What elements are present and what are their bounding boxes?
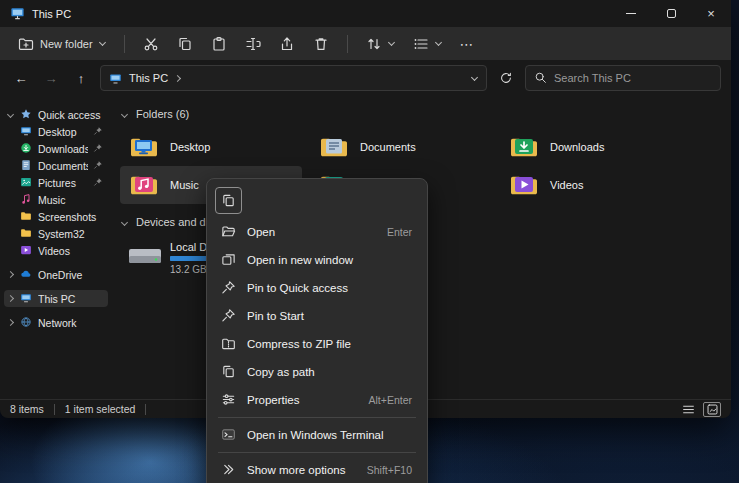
breadcrumb[interactable]: This PC bbox=[129, 72, 168, 84]
quick-copy-button[interactable] bbox=[215, 187, 242, 214]
menu-item-compress-zip[interactable]: Compress to ZIP file bbox=[212, 330, 422, 358]
sidebar-item-network[interactable]: Network bbox=[4, 314, 108, 331]
folder-icon bbox=[20, 227, 33, 240]
menu-item-open-windows-terminal[interactable]: Open in Windows Terminal bbox=[212, 421, 422, 449]
pin-icon bbox=[93, 160, 104, 171]
cut-button[interactable] bbox=[135, 32, 167, 56]
menu-item-properties[interactable]: Properties Alt+Enter bbox=[212, 386, 422, 414]
new-folder-button[interactable]: New folder bbox=[10, 32, 114, 56]
sidebar-item-downloads[interactable]: Downloads bbox=[4, 140, 108, 157]
menu-item-copy-as-path[interactable]: Copy as path bbox=[212, 358, 422, 386]
folder-tile-documents[interactable]: Documents bbox=[310, 128, 492, 166]
title-bar[interactable]: This PC × bbox=[0, 0, 731, 27]
share-button[interactable] bbox=[271, 32, 303, 56]
details-view-button[interactable] bbox=[679, 402, 697, 417]
pictures-icon bbox=[20, 176, 33, 189]
see-more-button[interactable]: ⋯ bbox=[452, 36, 483, 52]
cut-icon bbox=[143, 36, 159, 52]
chevron-down-icon bbox=[6, 110, 15, 119]
large-icons-view-button[interactable] bbox=[703, 402, 721, 417]
command-bar: New folder ⋯ bbox=[0, 27, 731, 60]
paste-icon bbox=[211, 36, 227, 52]
search-box[interactable] bbox=[525, 65, 721, 91]
view-icon bbox=[413, 36, 429, 52]
context-menu: Open Enter Open in new window Pin to Qui… bbox=[206, 178, 428, 483]
folders-section-header[interactable]: Folders (6) bbox=[120, 106, 731, 122]
folder-tile-desktop[interactable]: Desktop bbox=[120, 128, 302, 166]
videos-icon bbox=[20, 244, 33, 257]
sidebar-item-quick-access[interactable]: Quick access bbox=[4, 106, 108, 123]
onedrive-cloud-icon bbox=[20, 268, 33, 281]
chevron-right-icon bbox=[6, 270, 15, 279]
context-menu-quick-actions bbox=[212, 184, 422, 218]
network-icon bbox=[20, 316, 33, 329]
videos-folder-icon bbox=[508, 169, 540, 201]
sidebar-item-system32[interactable]: System32 bbox=[4, 225, 108, 242]
sidebar-item-onedrive[interactable]: OneDrive bbox=[4, 266, 108, 283]
maximize-button[interactable] bbox=[651, 0, 691, 27]
copy-button[interactable] bbox=[169, 32, 201, 56]
navigation-pane: Quick access Desktop Downloads bbox=[0, 96, 112, 399]
chevron-down-icon bbox=[120, 110, 129, 119]
show-more-icon bbox=[221, 462, 237, 478]
pin-icon bbox=[93, 177, 104, 188]
sidebar-item-desktop[interactable]: Desktop bbox=[4, 123, 108, 140]
search-input[interactable] bbox=[554, 72, 712, 84]
paste-button[interactable] bbox=[203, 32, 235, 56]
delete-button[interactable] bbox=[305, 32, 337, 56]
music-icon bbox=[20, 193, 33, 206]
menu-separator bbox=[218, 417, 416, 418]
chevron-down-icon bbox=[120, 218, 129, 227]
menu-item-open-new-window[interactable]: Open in new window bbox=[212, 246, 422, 274]
this-pc-window-icon bbox=[10, 6, 25, 21]
address-dropdown-icon[interactable] bbox=[471, 75, 478, 82]
rename-button[interactable] bbox=[237, 32, 269, 56]
documents-icon bbox=[20, 159, 33, 172]
documents-folder-icon bbox=[318, 131, 350, 163]
chevron-down-icon bbox=[99, 40, 106, 47]
downloads-icon bbox=[20, 142, 33, 155]
new-folder-icon bbox=[18, 36, 34, 52]
downloads-folder-icon bbox=[508, 131, 540, 163]
sort-button[interactable] bbox=[358, 32, 403, 56]
view-button[interactable] bbox=[405, 32, 450, 56]
menu-item-pin-quick-access[interactable]: Pin to Quick access bbox=[212, 274, 422, 302]
folder-tile-downloads[interactable]: Downloads bbox=[500, 128, 682, 166]
open-icon bbox=[221, 224, 237, 240]
sidebar-item-pictures[interactable]: Pictures bbox=[4, 174, 108, 191]
search-icon bbox=[534, 71, 547, 86]
hard-drive-icon bbox=[128, 240, 160, 272]
address-row: ← → ↑ This PC bbox=[0, 60, 731, 96]
pin-icon bbox=[221, 280, 237, 296]
desktop-folder-icon bbox=[128, 131, 160, 163]
forward-button[interactable]: → bbox=[40, 67, 62, 89]
sidebar-item-screenshots[interactable]: Screenshots bbox=[4, 208, 108, 225]
address-bar[interactable]: This PC bbox=[100, 65, 487, 91]
sidebar-item-this-pc[interactable]: This PC bbox=[4, 290, 108, 307]
quick-access-star-icon bbox=[20, 108, 33, 121]
minimize-button[interactable] bbox=[611, 0, 651, 27]
music-folder-icon bbox=[128, 169, 160, 201]
menu-item-show-more-options[interactable]: Show more options Shift+F10 bbox=[212, 456, 422, 483]
folder-tile-videos[interactable]: Videos bbox=[500, 166, 682, 204]
toolbar-divider bbox=[124, 35, 125, 53]
new-window-icon bbox=[221, 252, 237, 268]
close-button[interactable]: × bbox=[691, 0, 731, 27]
copy-icon bbox=[177, 36, 193, 52]
pin-icon bbox=[93, 126, 104, 137]
up-button[interactable]: ↑ bbox=[70, 67, 92, 89]
menu-item-open[interactable]: Open Enter bbox=[212, 218, 422, 246]
delete-icon bbox=[313, 36, 329, 52]
sidebar-item-documents[interactable]: Documents bbox=[4, 157, 108, 174]
back-button[interactable]: ← bbox=[10, 67, 32, 89]
menu-separator bbox=[218, 452, 416, 453]
refresh-button[interactable] bbox=[495, 67, 517, 89]
toolbar-divider bbox=[347, 35, 348, 53]
sidebar-item-videos[interactable]: Videos bbox=[4, 242, 108, 259]
sort-icon bbox=[366, 36, 382, 52]
menu-item-pin-start[interactable]: Pin to Start bbox=[212, 302, 422, 330]
sidebar-item-music[interactable]: Music bbox=[4, 191, 108, 208]
this-pc-icon bbox=[20, 292, 33, 305]
chevron-right-icon bbox=[6, 294, 15, 303]
desktop-icon bbox=[20, 125, 33, 138]
